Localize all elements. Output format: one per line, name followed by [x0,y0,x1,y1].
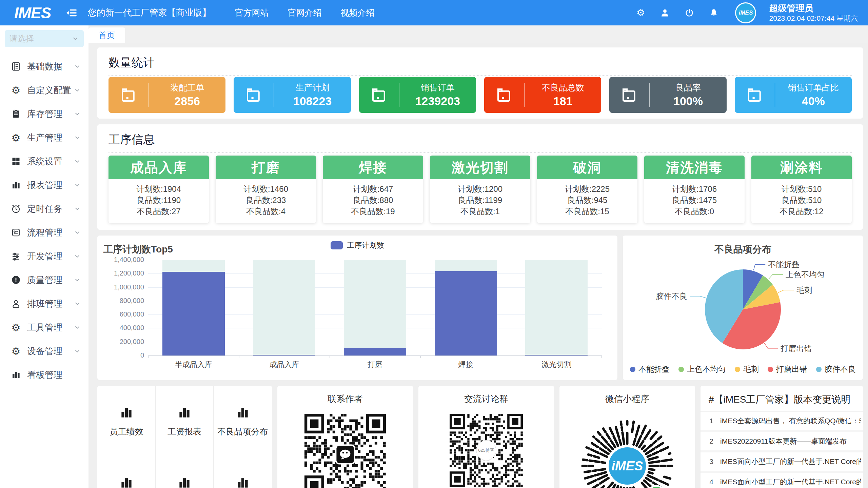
pie-legend-item-打磨出错[interactable]: 打磨出错 [768,364,807,374]
stat-card-装配工单[interactable]: 装配工单 2856 [108,77,225,113]
chevron-down-icon [74,252,81,260]
sidebar-item-库存管理[interactable]: 库存管理 [0,102,88,126]
pie-callout-label: 毛刺 [796,286,812,294]
process-card-成品入库[interactable]: 成品入库 计划数:1904 良品数:1190 不良品数:27 [108,156,209,223]
pie-chart: 不能折叠上色不均匀毛刺打磨出错胶件不良 [623,236,863,380]
sidebar-item-自定义配置[interactable]: ⚙ 自定义配置 [0,78,88,102]
stat-label: 销售订单 [421,82,455,93]
contact-author-title: 联系作者 [328,393,363,405]
bar-chart-icon [119,405,134,421]
pie-legend-item-不能折叠[interactable]: 不能折叠 [630,364,670,374]
menu-fold-icon[interactable] [64,6,78,20]
bad-count: 不良品数:19 [323,206,423,217]
nav-link-0[interactable]: 官方网站 [235,7,269,18]
stat-card-生产计划[interactable]: 生产计划 108223 [234,77,351,113]
sidebar-item-基础数据[interactable]: 基础数据 [0,55,88,78]
plan-count: 计划数:510 [751,183,852,195]
sidebar-item-流程管理[interactable]: 流程管理 [0,221,88,244]
changelog-row[interactable]: 1 iMES全套源码出售， 有意的联系QQ/微信：514224717 [701,412,863,432]
process-card-破洞[interactable]: 破洞 计划数:2225 良品数:945 不良品数:15 [537,156,637,223]
process-name: 打磨 [216,156,316,179]
flow-card-icon [10,227,22,238]
reports-grid-card: 员工绩效 工资报表 不良品项分布 不良品项汇总 生产报表 产量统计 [97,386,272,488]
report-item-产量统计[interactable]: 产量统计 [214,456,272,488]
plan-count: 计划数:1460 [216,183,316,195]
sidebar-item-设备管理[interactable]: ⚙ 设备管理 [0,339,88,363]
plan-count: 计划数:1904 [108,183,209,195]
pie-callout-label: 上色不均匀 [786,270,825,279]
chevron-down-icon [74,300,81,307]
process-name: 破洞 [537,156,637,179]
bar-chart-legend[interactable]: 工序计划数 [97,240,617,250]
pie-callout-label: 胶件不良 [656,292,687,301]
power-icon[interactable] [684,7,695,19]
report-item-不良品项汇总[interactable]: 不良品项汇总 [98,456,156,488]
sidebar-item-定时任务[interactable]: 定时任务 [0,197,88,221]
report-item-员工绩效[interactable]: 员工绩效 [98,386,156,456]
stat-card-销售订单占比[interactable]: 销售订单占比 40% [735,77,852,113]
chevron-down-icon [74,347,81,355]
stat-value: 108223 [293,95,332,108]
process-card-焊接[interactable]: 焊接 计划数:647 良品数:880 不良品数:19 [323,156,423,223]
x-label: 焊接 [420,360,511,370]
bar-半成品入库[interactable] [162,272,225,355]
report-item-不良品项分布[interactable]: 不良品项分布 [214,386,272,456]
plan-count: 计划数:647 [323,183,423,195]
nav-link-2[interactable]: 视频介绍 [340,7,374,18]
sidebar-item-报表管理[interactable]: 报表管理 [0,173,88,197]
nav-link-1[interactable]: 官网介绍 [288,7,321,18]
bar-chart-icon [177,475,192,488]
good-count: 良品数:1190 [108,195,209,206]
document-icon [10,61,22,72]
bar-bg-band [525,260,588,355]
sidebar-select[interactable]: 请选择 [5,30,84,47]
legend-dot [630,367,635,372]
user-icon[interactable] [659,7,671,19]
tab-home[interactable]: 首页 [88,27,125,43]
changelog-row[interactable]: 4 iMES面向小型工厂的新一代基于.NET Core的MES系统__PC端 [701,473,863,488]
process-name: 激光切割 [430,156,530,179]
user-block: 超级管理员 2023.02.04 02:07:44 星期六 [769,3,858,23]
bell-icon[interactable] [708,7,719,19]
changelog-row[interactable]: 2 iMES20220911版本更新——桌面端发布 [701,432,863,452]
pie-legend-item-毛刺[interactable]: 毛刺 [735,364,759,374]
changelog-row[interactable]: 3 iMES面向小型工厂的新一代基于.NET Core的MES系统__移动端 [701,452,863,473]
pie-legend-item-胶件不良[interactable]: 胶件不良 [816,364,856,374]
bad-count: 不良品数:4 [216,206,316,217]
sidebar-item-系统设置[interactable]: 系统设置 [0,149,88,173]
stat-value: 100% [673,95,703,108]
select-placeholder: 请选择 [9,33,72,44]
stat-card-不良品总数[interactable]: 不良品总数 181 [484,77,601,113]
miniapp-code: iMESS [576,415,678,488]
chevron-down-icon [74,86,81,94]
stat-card-销售订单[interactable]: 销售订单 1239203 [359,77,476,113]
process-card-激光切割[interactable]: 激光切割 计划数:1200 良品数:1199 不良品数:1 [430,156,530,223]
stat-card-良品率[interactable]: 良品率 100% [609,77,726,113]
sidebar-item-工具管理[interactable]: ⚙ 工具管理 [0,316,88,339]
settings-icon[interactable]: ⚙ [635,7,646,19]
process-card-清洗消毒[interactable]: 清洗消毒 计划数:1706 良品数:1475 不良品数:0 [644,156,745,223]
changelog-title: #【iMES工厂管家】版本变更说明 [701,392,863,412]
chevron-down-icon [74,158,81,165]
pie-legend-item-上色不均匀[interactable]: 上色不均匀 [678,364,726,374]
sidebar-item-看板管理[interactable]: 看板管理 [0,363,88,387]
folder-icon [234,86,274,104]
process-card-打磨[interactable]: 打磨 计划数:1460 良品数:233 不良品数:4 [216,156,316,223]
report-item-生产报表[interactable]: 生产报表 [156,456,214,488]
chevron-down-icon [74,134,81,141]
bar-焊接[interactable] [435,271,497,355]
sidebar-item-生产管理[interactable]: ⚙ 生产管理 [0,126,88,149]
gear-outline-icon: ⚙ [10,84,22,96]
svg-text:iMES: iMES [612,459,643,473]
folder-icon [735,86,775,104]
person-icon [10,298,22,309]
report-item-工资报表[interactable]: 工资报表 [156,386,214,456]
folder-icon [609,86,649,104]
bar-打磨[interactable] [344,348,406,355]
process-card-涮涂料[interactable]: 涮涂料 计划数:510 良品数:510 不良品数:12 [751,156,852,223]
sidebar-item-开发管理[interactable]: 开发管理 [0,244,88,268]
sidebar-item-质量管理[interactable]: 质量管理 [0,268,88,292]
chevron-down-icon [74,229,81,236]
sidebar-item-排班管理[interactable]: 排班管理 [0,292,88,316]
avatar[interactable]: iMES [735,2,756,23]
